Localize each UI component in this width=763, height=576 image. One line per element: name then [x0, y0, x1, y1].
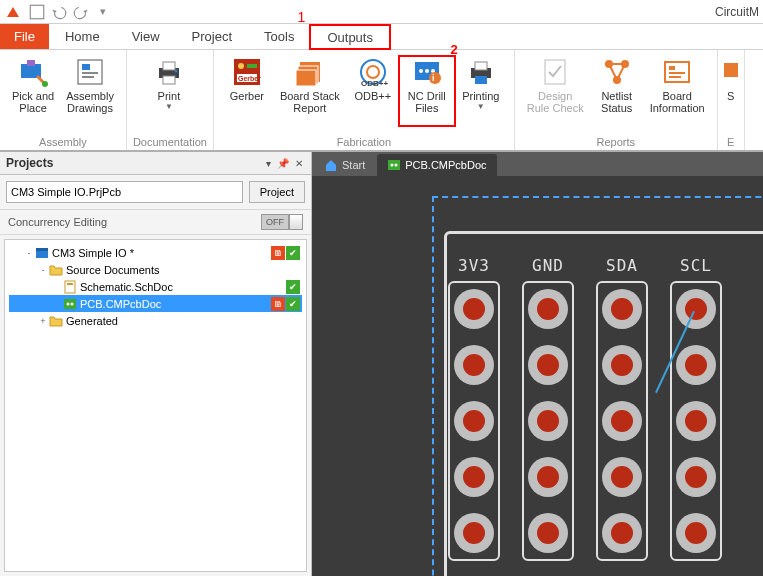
- pcb-canvas[interactable]: 3V3GNDSDASCL: [312, 176, 763, 576]
- pcb-pad[interactable]: [676, 401, 716, 441]
- print-button[interactable]: Print ▼: [133, 54, 205, 134]
- doc-tab-start-label: Start: [342, 159, 365, 171]
- netlist-icon: [601, 56, 633, 88]
- nc-drill-files-button[interactable]: i NC Drill Files 2: [400, 54, 454, 134]
- tree-row[interactable]: +Generated: [9, 312, 302, 329]
- tab-outputs[interactable]: Outputs 1: [310, 24, 390, 50]
- netlist-status-button[interactable]: Netlist Status: [590, 54, 644, 134]
- pcb-pad[interactable]: [528, 513, 568, 553]
- concurrency-toggle[interactable]: OFF: [261, 214, 303, 230]
- pcb-pad[interactable]: [454, 289, 494, 329]
- tree-badge-chk: ✔: [286, 280, 300, 294]
- tree-expand-icon[interactable]: -: [37, 265, 49, 275]
- printing-icon: [465, 56, 497, 88]
- panel-pin-icon[interactable]: 📌: [275, 158, 291, 169]
- pcb-pad[interactable]: [528, 401, 568, 441]
- gerber-button[interactable]: Gerber Gerber: [220, 54, 274, 134]
- svg-rect-30: [475, 62, 487, 70]
- ribbon-group-extra: S E: [718, 50, 745, 150]
- board-stack-report-button[interactable]: Board Stack Report: [274, 54, 346, 134]
- board-info-icon: [661, 56, 693, 88]
- ribbon-group-extra-label: E: [724, 134, 738, 150]
- pcb-pad[interactable]: [676, 513, 716, 553]
- doc-tab-pcb-label: PCB.CMPcbDoc: [405, 159, 486, 171]
- pick-and-place-icon: [17, 56, 49, 88]
- tree-row[interactable]: -Source Documents: [9, 261, 302, 278]
- nc-drill-label: NC Drill Files: [408, 90, 446, 114]
- pin-column-label: SCL: [680, 256, 712, 275]
- assembly-drawings-button[interactable]: Assembly Drawings: [60, 54, 120, 134]
- qat-undo-icon[interactable]: [50, 3, 68, 21]
- netlist-label: Netlist Status: [601, 90, 632, 114]
- assembly-drawings-icon: [74, 56, 106, 88]
- board-stack-label: Board Stack Report: [280, 90, 340, 114]
- pcb-pad[interactable]: [602, 513, 642, 553]
- svg-rect-2: [27, 60, 35, 66]
- board-info-label: Board Information: [650, 90, 705, 114]
- tree-node-icon: [63, 297, 77, 311]
- pick-and-place-button[interactable]: Pick and Place: [6, 54, 60, 134]
- ribbon-group-reports: Design Rule Check Netlist Status Board I…: [515, 50, 718, 150]
- tree-row[interactable]: Schematic.SchDoc✔: [9, 278, 302, 295]
- doc-tab-pcb[interactable]: PCB.CMPcbDoc: [377, 154, 496, 176]
- svg-point-3: [42, 81, 48, 87]
- pin-column: SDA: [596, 256, 648, 561]
- tree-node-icon: [35, 246, 49, 260]
- tab-tools[interactable]: Tools: [248, 24, 310, 49]
- pcb-pad[interactable]: [528, 345, 568, 385]
- pin-column: 3V3: [448, 256, 500, 561]
- pcb-pad[interactable]: [454, 345, 494, 385]
- nc-drill-icon: i: [411, 56, 443, 88]
- board-information-button[interactable]: Board Information: [644, 54, 711, 134]
- tree-expand-icon[interactable]: +: [37, 316, 49, 326]
- design-rule-check-button[interactable]: Design Rule Check: [521, 54, 590, 134]
- odb-button[interactable]: ODB++ ODB++: [346, 54, 400, 134]
- svg-point-21: [367, 66, 379, 78]
- menu-row: File Home View Project Tools Outputs 1: [0, 24, 763, 50]
- pcb-pad[interactable]: [676, 457, 716, 497]
- pcb-pad[interactable]: [454, 513, 494, 553]
- pcb-pad[interactable]: [454, 401, 494, 441]
- tree-row[interactable]: PCB.CMPcbDoc🗎✔: [9, 295, 302, 312]
- tab-home[interactable]: Home: [49, 24, 116, 49]
- svg-rect-14: [247, 64, 257, 68]
- pcb-pad[interactable]: [602, 457, 642, 497]
- pcb-pad[interactable]: [602, 401, 642, 441]
- pcb-pad[interactable]: [602, 289, 642, 329]
- doc-tab-start[interactable]: Start: [314, 154, 375, 176]
- file-menu[interactable]: File: [0, 24, 49, 49]
- gerber-icon: Gerber: [231, 56, 263, 88]
- tree-row[interactable]: -CM3 Simple IO *🗎✔: [9, 244, 302, 261]
- pcb-pad[interactable]: [676, 345, 716, 385]
- svg-point-46: [67, 302, 70, 305]
- extra-button[interactable]: S: [724, 54, 738, 134]
- tree-expand-icon[interactable]: -: [23, 248, 35, 258]
- pcb-pad[interactable]: [454, 457, 494, 497]
- tab-view[interactable]: View: [116, 24, 176, 49]
- pcb-pad[interactable]: [528, 457, 568, 497]
- svg-rect-6: [82, 72, 98, 74]
- panel-close-icon[interactable]: ✕: [293, 158, 305, 169]
- project-button[interactable]: Project: [249, 181, 305, 203]
- svg-point-50: [395, 164, 398, 167]
- home-icon: [324, 158, 338, 172]
- odb-icon: ODB++: [357, 56, 389, 88]
- svg-point-27: [429, 72, 441, 84]
- tab-project[interactable]: Project: [176, 24, 248, 49]
- qat-redo-icon[interactable]: [72, 3, 90, 21]
- pcb-pad[interactable]: [676, 289, 716, 329]
- pcb-pad[interactable]: [528, 289, 568, 329]
- svg-text:i: i: [432, 73, 435, 83]
- svg-rect-31: [475, 76, 487, 84]
- pin-header-grid: 3V3GNDSDASCL: [448, 256, 722, 561]
- pcb-icon: [387, 158, 401, 172]
- tree-badge-chk: ✔: [286, 246, 300, 260]
- svg-rect-43: [65, 281, 75, 293]
- concurrency-state: OFF: [261, 214, 289, 230]
- project-filter-input[interactable]: [6, 181, 243, 203]
- printing-button[interactable]: Printing ▼: [454, 54, 508, 134]
- panel-dropdown-icon[interactable]: ▾: [264, 158, 273, 169]
- qat-save-icon[interactable]: [28, 3, 46, 21]
- qat-dropdown-icon[interactable]: ▾: [94, 3, 112, 21]
- pcb-pad[interactable]: [602, 345, 642, 385]
